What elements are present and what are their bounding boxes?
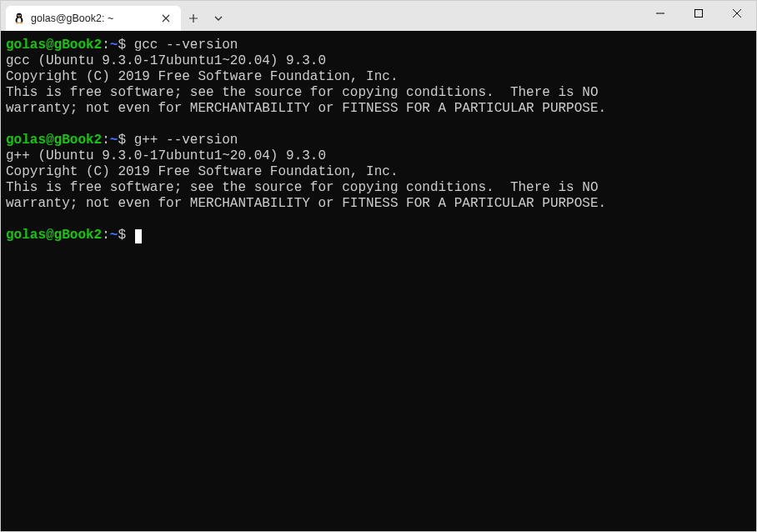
- terminal[interactable]: golas@gBook2:~$ gcc --versiongcc (Ubuntu…: [1, 31, 756, 532]
- tab-active[interactable]: golas@gBook2: ~: [6, 6, 181, 31]
- close-button[interactable]: [718, 1, 756, 26]
- svg-point-5: [20, 15, 21, 16]
- window-controls: [641, 1, 756, 31]
- titlebar: golas@gBook2: ~: [1, 1, 756, 31]
- prompt-path: ~: [110, 38, 118, 53]
- output-line: This is free software; see the source fo…: [6, 180, 751, 196]
- output-line: Copyright (C) 2019 Free Software Foundat…: [6, 69, 751, 85]
- output-line: This is free software; see the source fo…: [6, 85, 751, 101]
- output-line: gcc (Ubuntu 9.3.0-17ubuntu1~20.04) 9.3.0: [6, 53, 751, 69]
- command-text: gcc --version: [134, 38, 238, 53]
- tux-icon: [13, 12, 26, 25]
- svg-point-4: [18, 15, 19, 16]
- prompt-colon: :: [102, 228, 110, 243]
- prompt-line: golas@gBook2:~$ gcc --version: [6, 38, 751, 53]
- output-line: Copyright (C) 2019 Free Software Foundat…: [6, 164, 751, 180]
- tab-strip: golas@gBook2: ~: [1, 1, 231, 31]
- prompt-dollar: $: [118, 38, 133, 53]
- prompt-dollar: $: [118, 228, 133, 243]
- prompt-userhost: golas@gBook2: [6, 38, 102, 53]
- prompt-line: golas@gBook2:~$: [6, 228, 751, 243]
- tab-title: golas@gBook2: ~: [31, 13, 159, 24]
- prompt-dollar: $: [118, 133, 133, 148]
- tab-close-button[interactable]: [159, 12, 173, 25]
- svg-rect-6: [695, 10, 703, 18]
- prompt-line: golas@gBook2:~$ g++ --version: [6, 133, 751, 148]
- tab-dropdown-button[interactable]: [206, 6, 231, 31]
- new-tab-button[interactable]: [181, 6, 206, 31]
- prompt-colon: :: [102, 38, 110, 53]
- prompt-path: ~: [110, 228, 118, 243]
- output-line: [6, 212, 751, 228]
- prompt-userhost: golas@gBook2: [6, 133, 102, 148]
- maximize-button[interactable]: [679, 1, 718, 26]
- output-line: g++ (Ubuntu 9.3.0-17ubuntu1~20.04) 9.3.0: [6, 148, 751, 164]
- output-line: warranty; not even for MERCHANTABILITY o…: [6, 196, 751, 212]
- minimize-button[interactable]: [641, 1, 679, 26]
- output-line: warranty; not even for MERCHANTABILITY o…: [6, 101, 751, 117]
- command-text: g++ --version: [134, 133, 238, 148]
- cursor: [135, 229, 142, 243]
- output-line: [6, 117, 751, 133]
- prompt-colon: :: [102, 133, 110, 148]
- prompt-userhost: golas@gBook2: [6, 228, 102, 243]
- prompt-path: ~: [110, 133, 118, 148]
